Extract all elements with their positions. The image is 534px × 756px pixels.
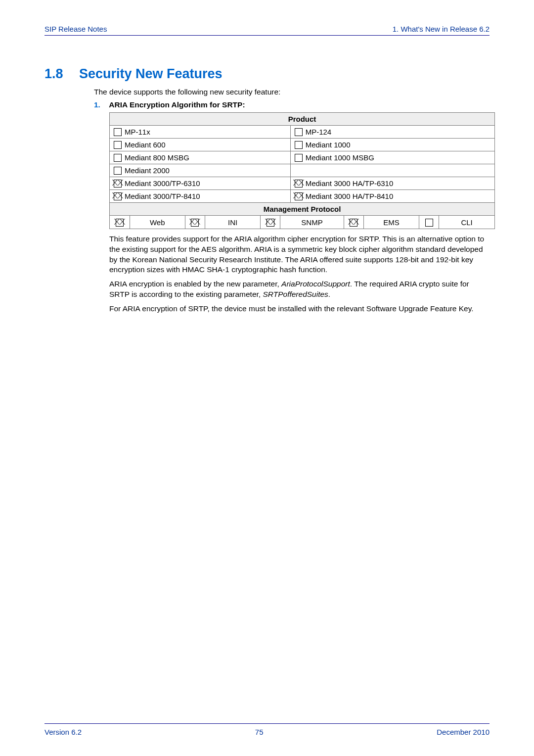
section-number: 1.8 [44, 66, 79, 82]
checkbox-checked-icon [114, 180, 122, 188]
checkbox-checked-icon [191, 219, 199, 227]
mgmt-label: CLI [439, 216, 494, 229]
checkbox-icon [295, 154, 303, 162]
footer-right: December 2010 [437, 728, 490, 736]
table-row: Mediant 2000 [110, 164, 495, 177]
list-item-heading: ARIA Encryption Algorithm for SRTP: [109, 100, 245, 109]
header-left: SIP Release Notes [44, 25, 107, 33]
paragraph-1: This feature provides support for the AR… [109, 234, 490, 275]
table-row: Mediant 3000/TP-6310 Mediant 3000 HA/TP-… [110, 177, 495, 190]
paragraph-3: For ARIA encryption of SRTP, the device … [109, 304, 490, 314]
checkbox-icon [114, 167, 122, 175]
product-label: Mediant 2000 [125, 166, 170, 175]
product-label: Mediant 3000 HA/TP-8410 [306, 192, 394, 200]
product-label: Mediant 800 MSBG [125, 153, 189, 162]
product-label: Mediant 1000 [306, 141, 351, 149]
mgmt-label: INI [205, 216, 260, 229]
table-row: Mediant 3000/TP-8410 Mediant 3000 HA/TP-… [110, 190, 495, 203]
list-item-1: 1. ARIA Encryption Algorithm for SRTP: [94, 100, 490, 109]
checkbox-icon [114, 154, 122, 162]
checkbox-checked-icon [116, 219, 124, 227]
product-label: Mediant 3000 HA/TP-6310 [306, 179, 394, 188]
product-label: MP-124 [306, 128, 332, 136]
mgmt-label: SNMP [280, 216, 344, 229]
mgmt-row: Web INI SNMP EMS CLI [110, 216, 495, 229]
page-footer: Version 6.2 75 December 2010 [44, 723, 490, 736]
checkbox-icon [114, 141, 122, 149]
header-right: 1. What's New in Release 6.2 [393, 25, 490, 33]
section-heading: 1.8Security New Features [44, 66, 490, 82]
checkbox-checked-icon [267, 219, 274, 227]
checkbox-checked-icon [114, 192, 122, 200]
product-label: Mediant 3000/TP-8410 [125, 192, 200, 200]
table-row: Mediant 800 MSBG Mediant 1000 MSBG [110, 151, 495, 164]
product-header: Product [110, 113, 495, 126]
checkbox-icon [114, 128, 122, 136]
paragraph-2: ARIA encryption is enabled by the new pa… [109, 279, 490, 300]
page-header: SIP Release Notes 1. What's New in Relea… [44, 25, 490, 36]
footer-left: Version 6.2 [44, 728, 82, 736]
checkbox-checked-icon [350, 219, 357, 227]
checkbox-icon [425, 219, 433, 227]
mgmt-label: EMS [363, 216, 419, 229]
checkbox-checked-icon [295, 180, 303, 188]
mgmt-header: Management Protocol [110, 203, 495, 216]
checkbox-icon [295, 141, 303, 149]
table-row: MP-11x MP-124 [110, 126, 495, 139]
checkbox-icon [295, 128, 303, 136]
section-title: Security New Features [79, 66, 222, 81]
list-number: 1. [94, 100, 107, 109]
product-label: MP-11x [125, 128, 150, 136]
mgmt-label: Web [130, 216, 185, 229]
product-label: Mediant 1000 MSBG [306, 153, 374, 162]
product-label: Mediant 3000/TP-6310 [125, 179, 200, 188]
table-row: Mediant 600 Mediant 1000 [110, 139, 495, 151]
product-label: Mediant 600 [125, 141, 166, 149]
product-table: Product MP-11x MP-124 Mediant 600 Median… [109, 112, 495, 229]
footer-center: 75 [255, 728, 264, 736]
intro-text: The device supports the following new se… [94, 88, 490, 96]
checkbox-checked-icon [295, 192, 303, 200]
